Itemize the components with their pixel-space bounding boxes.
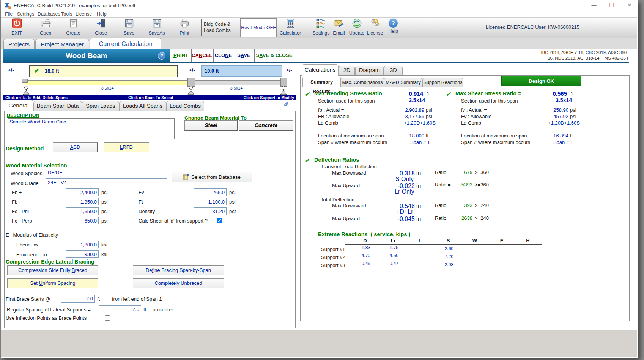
tab-beam-span-data[interactable]: Beam Span Data [33,101,82,111]
description-input[interactable]: Sample Wood Beam Calc [8,118,175,139]
subtab-mvd-summary[interactable]: M-V-D Summary [384,78,422,87]
support2-label: Support #2 [321,254,345,260]
bending-section-label: Section used for this span [318,98,375,104]
inflection-checkbox[interactable] [105,315,110,321]
toolbar: EXIT Open Create Close Save ? SaveAs Pri… [1,17,637,38]
lrfd-button[interactable]: LRFD [104,142,149,152]
menu-settings[interactable]: Settings [15,11,36,17]
add-delete-span-button-2[interactable]: +/- [189,67,195,73]
tab-projects[interactable]: Projects [3,39,35,49]
uniform-spacing-button[interactable]: Set Uniform Spacing [7,278,98,288]
fb-plus-input[interactable] [66,188,99,196]
minimize-button[interactable]: — [588,2,600,9]
menu-tools[interactable]: Tools [59,11,74,17]
defl-row-unit: in [416,170,421,177]
modulus-label: E : Modulus of Elasticity [6,232,58,238]
save-close-button[interactable]: SAVE & CLOSE [254,49,294,63]
revit-mode-button[interactable]: Revit Mode OFF [240,18,277,37]
print-button[interactable]: Print [171,18,198,37]
span2-beam[interactable] [191,80,284,85]
fb-allow: 3,177.59 [376,114,424,119]
tab-general[interactable]: General [4,100,33,111]
window-bottom-strip [1,330,637,357]
tab-current-calculation[interactable]: Current Calculation [90,38,161,49]
bracing-span-by-span-button[interactable]: Define Bracing Span-by-Span [133,265,224,275]
span1-length-box[interactable]: ✔ 18.0 ft [29,65,178,77]
license-status-text: Licensed ENERCALC User, KW-06000215 [457,24,579,30]
first-brace-input[interactable] [61,295,95,303]
spacing-input[interactable] [99,305,141,313]
bldg-code-load-combs-button[interactable]: Bldg Code & Load Combs [204,21,238,33]
ebend-input[interactable] [66,241,99,248]
tab-span-loads[interactable]: Span Loads [82,101,119,111]
help-button[interactable]: ? Help [380,18,406,37]
tab-2d[interactable]: 2D [339,66,355,76]
tab-loads-all-spans[interactable]: Loads All Spans [119,101,166,111]
update-arrows-icon [352,23,362,30]
wood-grade-input[interactable] [46,178,167,186]
calculator-button[interactable]: Calculator [277,18,304,37]
maximize-button[interactable]: ☐ [606,2,618,9]
shear-comb: +1.20D+1.60S [501,120,580,126]
module-help-icon[interactable]: ? [158,52,165,60]
database-icon [183,175,189,181]
enercalc-logo-icon [4,2,11,11]
span2-length-box[interactable]: 10.0 ft [201,65,282,77]
pencil-icon[interactable]: ✎ [283,101,289,109]
close-calc-button[interactable]: Close [88,18,114,37]
subtab-summary-results[interactable]: Summary Results [302,77,341,87]
floppy-icon [124,23,134,30]
completely-unbraced-button[interactable]: Completely Unbraced [133,278,224,288]
create-button[interactable]: Create [60,18,87,37]
span-selected-check-icon: ✔ [34,67,39,75]
add-delete-span-button-1[interactable]: +/- [8,67,14,73]
email-icon [334,23,344,30]
close-button[interactable]: ✕ [624,2,636,9]
calc-shear-checkbox[interactable] [217,218,222,223]
open-button[interactable]: Open [32,18,59,37]
screen: ENERCALC Build 20.21.2.9 : examples for … [0,0,644,360]
save-button[interactable]: Save [116,18,142,37]
subtab-support-reactions[interactable]: Support Reactions [422,78,463,87]
fb-minus-input[interactable] [66,198,99,205]
menu-help[interactable]: Help [94,11,109,17]
left-pane: +/- ✔ 18.0 ft +/- 10.0 ft +/- 3.5x14 3.5… [3,63,297,329]
save-calc-button[interactable]: SAVE [235,49,253,63]
r2-Lr: 4.50 [379,253,398,258]
span1-length: 18.0 ft [45,68,59,74]
span1-section-label: 3.5x14 [96,86,119,90]
new-document-icon [68,23,79,30]
r1-Lr: 1.75 [379,245,398,250]
tab-load-combs[interactable]: Load Combs [166,101,204,111]
fv-input[interactable] [194,188,227,196]
change-to-concrete-button[interactable]: Concrete [239,120,293,131]
tab-diagram[interactable]: Diagram [355,66,384,76]
toolbar-separator [201,19,202,36]
density-input[interactable] [194,207,227,215]
menu-license[interactable]: License [73,11,94,17]
fc-prll-input[interactable] [66,207,99,215]
add-delete-span-button-3[interactable]: +/- [286,67,292,73]
print-calc-button[interactable]: PRINT [172,49,190,63]
tab-calculations[interactable]: Calculations [302,64,339,76]
menu-file[interactable]: File [3,11,15,17]
change-to-steel-button[interactable]: Steel [184,120,238,131]
asd-button[interactable]: ASD [53,142,98,152]
wood-species-input[interactable] [46,169,167,176]
tab-project-manager[interactable]: Project Manager [35,39,89,49]
fully-braced-button[interactable]: Compression Side Fully Braced [7,265,98,275]
subtab-max-combinations[interactable]: Max. Combinations [341,78,384,87]
ft-input[interactable] [194,198,227,205]
span1-beam[interactable] [24,80,191,85]
select-from-database-button[interactable]: Select from Database [172,172,252,182]
r1-S: 2.60 [435,246,453,251]
saveas-button[interactable]: ? SaveAs [143,18,170,37]
menu-databases[interactable]: Databases [35,11,63,17]
cancel-button[interactable]: CANCEL [191,49,212,63]
exit-button[interactable]: EXIT [3,18,30,37]
eminbend-input[interactable] [66,250,99,258]
fc-perp-input[interactable] [66,217,99,224]
bending-span-label: Span # where maximum occurs [318,139,387,145]
tab-3d[interactable]: 3D [384,66,403,76]
clone-button[interactable]: CLONE [213,49,233,63]
